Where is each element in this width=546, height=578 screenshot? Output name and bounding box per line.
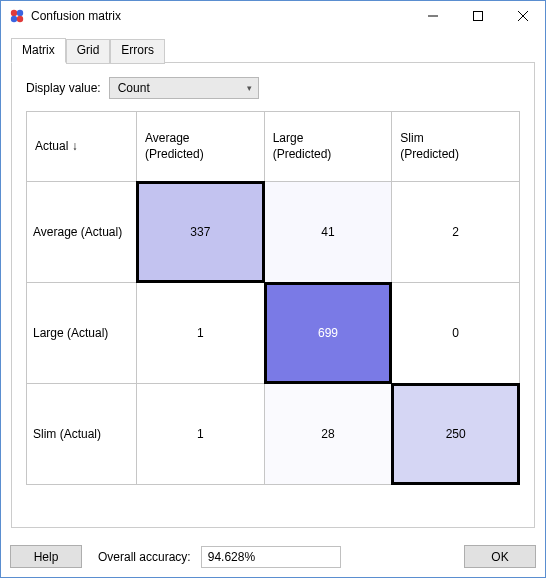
bottom-bar: Help Overall accuracy: 94.628% OK <box>10 545 536 568</box>
svg-point-3 <box>17 16 23 22</box>
cell[interactable]: 337 <box>137 182 265 283</box>
svg-point-2 <box>11 16 17 22</box>
row-header-large[interactable]: Large (Actual) <box>27 283 137 384</box>
cell[interactable]: 0 <box>392 283 520 384</box>
overall-accuracy-field[interactable]: 94.628% <box>201 546 341 568</box>
svg-point-1 <box>17 10 23 16</box>
svg-point-0 <box>11 10 17 16</box>
display-value-selected: Count <box>118 81 150 95</box>
window-title: Confusion matrix <box>31 9 121 23</box>
tab-grid[interactable]: Grid <box>66 39 111 64</box>
display-value-label: Display value: <box>26 81 101 95</box>
tab-matrix[interactable]: Matrix <box>11 38 66 63</box>
cell[interactable]: 28 <box>264 384 392 485</box>
overall-accuracy-value: 94.628% <box>208 550 255 564</box>
table-row: Average (Actual) 337 41 2 <box>27 182 520 283</box>
cell[interactable]: 2 <box>392 182 520 283</box>
col-header-average[interactable]: Average (Predicted) <box>137 112 265 182</box>
minimize-button[interactable] <box>410 1 455 31</box>
cell[interactable]: 41 <box>264 182 392 283</box>
chevron-down-icon: ▾ <box>247 83 252 93</box>
maximize-button[interactable] <box>455 1 500 31</box>
col-header-large[interactable]: Large (Predicted) <box>264 112 392 182</box>
col-header-slim[interactable]: Slim (Predicted) <box>392 112 520 182</box>
cell[interactable]: 1 <box>137 384 265 485</box>
title-bar: Confusion matrix <box>1 1 545 31</box>
corner-header[interactable]: Actual ↓ <box>27 112 137 182</box>
cell[interactable]: 250 <box>392 384 520 485</box>
overall-accuracy-label: Overall accuracy: <box>98 550 191 564</box>
table-row: Large (Actual) 1 699 0 <box>27 283 520 384</box>
app-icon <box>9 8 25 24</box>
tab-errors[interactable]: Errors <box>110 39 165 64</box>
row-header-slim[interactable]: Slim (Actual) <box>27 384 137 485</box>
tab-bar: Matrix Grid Errors <box>11 38 535 63</box>
ok-button[interactable]: OK <box>464 545 536 568</box>
close-button[interactable] <box>500 1 545 31</box>
display-value-select[interactable]: Count ▾ <box>109 77 259 99</box>
table-row: Slim (Actual) 1 28 250 <box>27 384 520 485</box>
row-header-average[interactable]: Average (Actual) <box>27 182 137 283</box>
confusion-matrix-table: Actual ↓ Average (Predicted) Large (Pred… <box>26 111 520 485</box>
svg-rect-5 <box>473 12 482 21</box>
cell[interactable]: 1 <box>137 283 265 384</box>
cell[interactable]: 699 <box>264 283 392 384</box>
tab-panel-matrix: Display value: Count ▾ Actual ↓ Average … <box>11 62 535 528</box>
help-button[interactable]: Help <box>10 545 82 568</box>
